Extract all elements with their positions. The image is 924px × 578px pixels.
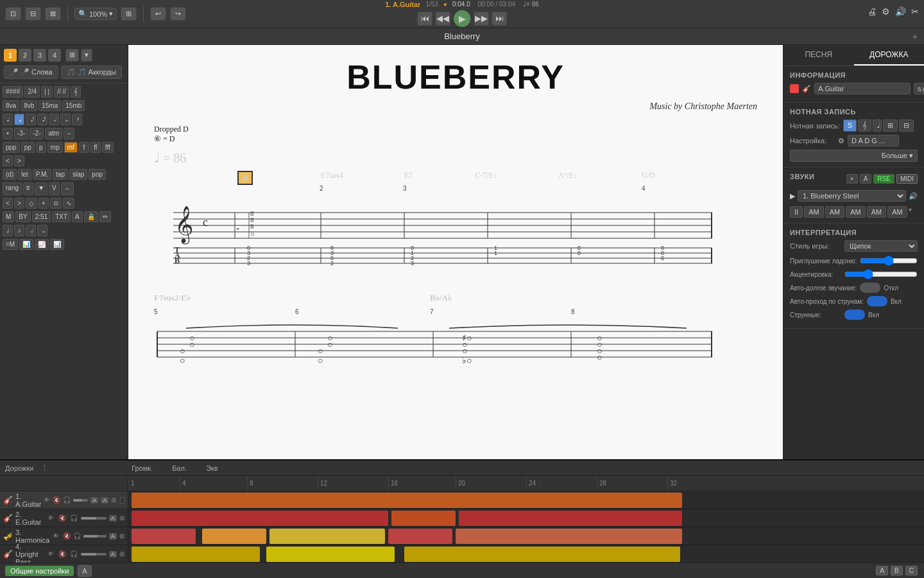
audio-icon[interactable]: 🔊 (895, 6, 906, 17)
view-btn-2[interactable]: ⊟ (25, 7, 41, 21)
block-1-1[interactable] (132, 493, 682, 508)
block-4-1[interactable] (132, 547, 260, 562)
track-mute-3[interactable]: 🔇 (63, 532, 71, 539)
decresc-btn[interactable]: > (14, 155, 24, 166)
let-btn[interactable]: let (18, 169, 31, 180)
ppp-btn[interactable]: ppp (3, 142, 20, 153)
panel-icon-2[interactable]: ▾ (81, 49, 92, 62)
cut-icon[interactable]: ✂ (911, 6, 919, 17)
next-btn[interactable]: ▶▶ (474, 12, 489, 26)
fff-btn[interactable]: fff (102, 142, 114, 153)
eff-btn-1[interactable]: II (790, 206, 803, 218)
tie-btn[interactable]: ⌢ (64, 128, 74, 139)
string-auto-toggle[interactable] (867, 296, 887, 306)
view-btn-3[interactable]: ⊠ (45, 7, 61, 21)
dead-note-btn[interactable]: (d) (3, 169, 17, 180)
track-mixer-2[interactable]: ⊞ (119, 514, 124, 521)
palm-slider[interactable] (860, 256, 918, 266)
track-eye-3[interactable]: 👁 (52, 532, 60, 539)
redo-btn[interactable]: ↪ (170, 7, 186, 21)
view-btn-1[interactable]: ⊡ (5, 7, 21, 21)
print-icon[interactable]: 🖨 (868, 6, 877, 17)
block-4-3[interactable] (404, 547, 680, 562)
rang-btn[interactable]: rang (3, 182, 22, 195)
mark-c[interactable]: C (905, 566, 918, 575)
tab-track[interactable]: ДОРОЖКА (854, 45, 925, 66)
track-eye-2[interactable]: 👁 (46, 514, 55, 521)
track-mute-1[interactable]: 🔇 (53, 496, 60, 504)
sound-vol-icon[interactable]: 🔊 (909, 192, 918, 200)
block-3-1[interactable] (132, 529, 196, 544)
barline-btn[interactable]: | | (41, 86, 53, 98)
track-abbr-input[interactable] (914, 83, 924, 94)
mark-a[interactable]: A (876, 566, 888, 575)
notation-grid-btn[interactable]: ⊞ (883, 119, 898, 132)
block-2-3[interactable] (459, 511, 682, 526)
txt-btn[interactable]: TXT (52, 211, 71, 222)
bar-chart-sm[interactable]: 📊 (19, 239, 33, 250)
settings-icon[interactable]: ⚙ (882, 6, 890, 17)
triplet-btn[interactable]: -3- (14, 128, 28, 139)
mf-btn[interactable]: mf (64, 142, 78, 153)
strings-toggle[interactable] (844, 310, 865, 320)
chords-btn[interactable]: 🎵 🎵 Аккорды (61, 66, 122, 79)
panel-icon-1[interactable]: ⊞ (65, 49, 79, 62)
by-btn[interactable]: BY (15, 211, 30, 222)
marker-btn[interactable]: M (3, 211, 14, 222)
track-mute-2[interactable]: 🔇 (58, 514, 67, 521)
expand-arrow[interactable]: ▾ (909, 206, 912, 218)
ff-btn[interactable]: ff (90, 142, 101, 153)
panel-tab-2[interactable]: 2 (19, 49, 31, 62)
sound-expand-icon[interactable]: ▶ (790, 192, 795, 200)
rewind-btn[interactable]: ⏮ (417, 12, 432, 26)
words-btn[interactable]: 🎤 🎤 Слова (4, 66, 58, 79)
dotted-quarter-btn[interactable]: 𝅘𝅥. (3, 114, 13, 125)
pp-btn[interactable]: pp (21, 142, 35, 153)
zoom-control[interactable]: 🔍 100% ▾ (74, 8, 117, 20)
midi-btn[interactable]: MIDI (896, 174, 918, 184)
panel-tab-3[interactable]: 3 (33, 49, 46, 62)
mp-btn[interactable]: mp (47, 142, 63, 153)
quarter-btn[interactable]: 𝅘𝅥 (14, 114, 24, 125)
add-tab-btn[interactable]: + (912, 31, 918, 42)
circle-btn[interactable]: ⊙ (50, 198, 62, 209)
f-btn[interactable]: f (79, 142, 89, 153)
tab-song[interactable]: ПЕСНЯ (783, 45, 854, 66)
track-headphone-1[interactable]: 🎧 (63, 496, 71, 504)
down-stroke-btn[interactable]: ▼ (35, 182, 47, 195)
mark-b[interactable]: B (891, 566, 903, 575)
clef-btn[interactable]: 𝄞 (71, 86, 81, 98)
diamond-btn[interactable]: ◇ (26, 198, 37, 209)
track-headphone-4[interactable]: 🎧 (69, 550, 78, 557)
key-sig-btn[interactable]: #### (3, 86, 23, 98)
half-btn[interactable]: 𝅗𝅥 (49, 114, 59, 125)
notation-copy-btn[interactable]: ⊟ (899, 119, 914, 132)
accent-lt-btn[interactable]: < (3, 198, 13, 209)
block-4-2[interactable] (266, 547, 395, 562)
track-record-1[interactable] (120, 497, 124, 504)
repeat-btn[interactable]: // // (54, 86, 69, 98)
eff-btn-3[interactable]: AM (825, 206, 845, 218)
track-mixer-1[interactable]: ⊞ (111, 496, 116, 504)
note-e-btn[interactable]: ♪ (14, 225, 24, 236)
time-sig-btn[interactable]: 2/4 (24, 86, 40, 98)
p-btn[interactable]: p (36, 142, 46, 153)
a-btn[interactable]: A (72, 211, 83, 222)
eff-btn-4[interactable]: AM (846, 206, 866, 218)
add-sound-btn[interactable]: + (846, 174, 858, 184)
notation-tab-btn[interactable]: 𝄞 (858, 119, 871, 132)
eff-btn-6[interactable]: AM (887, 206, 907, 218)
tuplet2-btn[interactable]: -2- (30, 128, 44, 139)
end-btn[interactable]: ⏭ (492, 12, 507, 26)
play-btn[interactable]: ▶ (453, 10, 471, 28)
bar-chart-md[interactable]: 📈 (35, 239, 49, 250)
block-3-2[interactable] (202, 529, 266, 544)
track-eye-1[interactable]: 👁 (44, 496, 50, 504)
note-w-btn[interactable]: 𝅝 (37, 225, 47, 236)
panel-tab-4[interactable]: 4 (48, 49, 61, 62)
track-headphone-2[interactable]: 🎧 (69, 514, 78, 521)
general-settings-btn[interactable]: Общие настройки (5, 566, 74, 576)
a-sound-btn[interactable]: A (860, 174, 872, 184)
note-q-btn[interactable]: ♩ (3, 225, 13, 236)
auto-sustain-toggle[interactable] (860, 283, 880, 293)
